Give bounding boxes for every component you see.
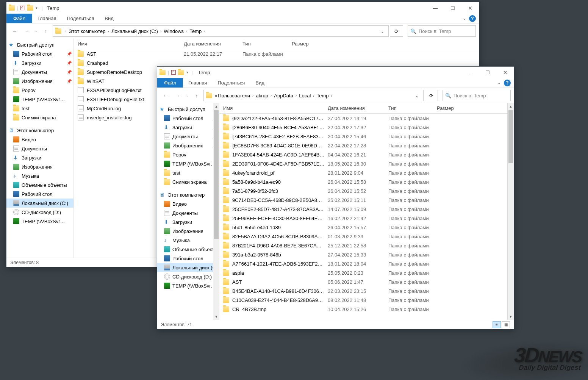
scroll-thumb[interactable] <box>214 110 219 239</box>
column-headers[interactable]: ИмяДата измененияТипРазмер <box>74 39 479 49</box>
file-row[interactable]: 391a-b3a2-0578-846b27.04.2022 15:33Папка… <box>219 250 514 259</box>
tree-item[interactable]: Документы📌 <box>6 67 74 77</box>
tree-item[interactable]: TEMP (\\VBoxSvr… <box>157 159 219 168</box>
file-row[interactable]: 82E5BA7A-D9A2-4C56-8CDB-B8309A19…01.03.2… <box>219 232 514 241</box>
file-row[interactable]: 1FA3E004-54AB-424E-AC9D-1AEF84B5A…04.04.… <box>219 150 514 159</box>
col-header-type[interactable]: Тип <box>242 41 292 47</box>
tree-item[interactable]: Объемные объекты <box>6 180 74 189</box>
close-button[interactable]: ✕ <box>496 67 514 78</box>
refresh-button[interactable]: ⟳ <box>425 90 438 101</box>
chevron-right-icon[interactable]: › <box>329 94 333 98</box>
tree-item[interactable]: test <box>157 168 219 177</box>
file-row[interactable]: 9C714DE0-CC5A-468D-89C8-2E50A8564…25.02.… <box>219 195 514 205</box>
file-row[interactable]: AST05.06.2022 1:47Папка с файлами <box>219 277 514 286</box>
titlebar[interactable]: | ▾ | Temp — ☐ ✕ <box>157 67 514 78</box>
minimize-button[interactable]: — <box>427 2 444 14</box>
breadcrumb-segment[interactable]: Пользователи <box>218 93 250 99</box>
file-row[interactable]: 55c1-855e-e4ed-1d8926.04.2022 15:57Папка… <box>219 223 514 232</box>
recent-dropdown[interactable]: ⌄ <box>34 26 39 36</box>
tree-item[interactable]: ♪Музыка <box>157 236 219 245</box>
scroll-down-icon[interactable]: ▼ <box>508 313 514 320</box>
tree-item[interactable]: ⬇Загрузки <box>157 217 219 227</box>
tree-item[interactable]: Снимки экрана <box>157 177 219 186</box>
file-row[interactable]: C10CA038-E274-4044-B4E8-528D6A924…08.02.… <box>219 296 514 305</box>
address-bar[interactable]: « Пользователи›akrup›AppData›Local›Temp›… <box>203 90 424 101</box>
tree-item[interactable]: ★Быстрый доступ <box>6 40 74 49</box>
file-row[interactable]: B45E4BAE-A148-41CA-B981-6D4F3062C…22.03.… <box>219 286 514 296</box>
file-row[interactable]: 2ED39F01-0F08-4D4E-AF5D-FBB571EB8…18.05.… <box>219 159 514 168</box>
tree-item[interactable]: ⬇Загрузки <box>6 153 74 162</box>
back-button[interactable]: ← <box>9 26 20 36</box>
file-row[interactable]: 25E96BEE-FCEE-4C30-BA30-8EF64ECDCF…16.02… <box>219 214 514 223</box>
chevron-right-icon[interactable]: › <box>185 29 189 33</box>
tree-item[interactable]: TEMP (\\VBoxSvr… <box>6 217 74 226</box>
search-box[interactable]: 🔍 Поиск в: Temp <box>408 25 476 37</box>
chevron-right-icon[interactable]: › <box>311 94 316 98</box>
content-scrollbar[interactable]: ▲ ▼ <box>507 103 514 320</box>
file-row[interactable]: AST21.05.2022 22:17Папка с файлами <box>74 49 479 58</box>
tree-item[interactable]: Видео <box>157 199 219 208</box>
minimize-button[interactable]: — <box>461 67 479 78</box>
col-header-size[interactable]: Размер <box>437 105 467 111</box>
new-folder-icon[interactable] <box>27 5 33 11</box>
tree-item[interactable]: Локальный диск (C:) <box>6 199 74 208</box>
file-row[interactable]: 25CFE0E2-85D7-4817-A473-87CAB3A3D…14.07.… <box>219 205 514 214</box>
help-icon[interactable]: ? <box>469 15 476 22</box>
tree-item[interactable]: ♪Музыка <box>6 171 74 180</box>
tree-item[interactable]: Документы <box>6 144 74 153</box>
breadcrumb-segment[interactable]: Temp <box>317 93 329 99</box>
scroll-up-icon[interactable]: ▲ <box>508 103 514 109</box>
properties-icon[interactable] <box>171 70 176 75</box>
breadcrumb-segment[interactable]: Windows <box>164 28 184 34</box>
tab-home[interactable]: Главная <box>183 78 212 88</box>
col-header-date[interactable]: Дата изменения <box>328 105 388 111</box>
tree-item[interactable]: test <box>6 104 74 113</box>
file-row[interactable]: A7F661F4-1021-47EE-ADB6-1593EF2BB9…18.01… <box>219 259 514 268</box>
up-button[interactable]: ↑ <box>41 26 51 36</box>
qat-dropdown-icon[interactable]: ▾ <box>186 70 188 74</box>
navigation-pane[interactable]: ▲ ▼ ★Быстрый доступРабочий стол📌⬇Загрузк… <box>157 103 219 320</box>
file-row[interactable]: 5a58-0a9d-b41a-ec9026.04.2022 15:58Папка… <box>219 177 514 186</box>
scroll-thumb[interactable] <box>508 110 513 163</box>
qat-dropdown-icon[interactable]: ▾ <box>36 6 38 10</box>
chevron-right-icon[interactable]: › <box>269 94 273 98</box>
col-header-name[interactable]: Имя <box>223 105 328 111</box>
close-button[interactable]: ✕ <box>461 2 479 14</box>
tab-view[interactable]: Вид <box>250 78 270 88</box>
titlebar[interactable]: | ▾ | Temp — ☐ ✕ <box>6 2 479 14</box>
tree-item[interactable]: Popov <box>6 86 74 95</box>
tree-item[interactable]: Рабочий стол <box>157 254 219 263</box>
new-folder-icon[interactable] <box>178 70 184 75</box>
tab-file[interactable]: Файл <box>157 78 183 88</box>
tab-share[interactable]: Поделиться <box>61 14 99 23</box>
file-list[interactable]: {92DA2122-4FA5-4653-81F8-A55BC1750…27.04… <box>219 114 514 320</box>
tree-item[interactable]: TEMP (\\VBoxSvr… <box>157 281 219 290</box>
forward-button[interactable]: → <box>172 90 183 101</box>
properties-icon[interactable] <box>20 6 25 10</box>
breadcrumb-segment[interactable]: Этот компьютер <box>69 28 105 34</box>
file-row[interactable]: 7a51-8799-0f52-2fc326.04.2022 15:52Папка… <box>219 186 514 195</box>
breadcrumb-segment[interactable]: Локальный диск (C:) <box>111 28 158 34</box>
refresh-button[interactable]: ⟳ <box>390 25 403 37</box>
tree-item[interactable]: Popov <box>157 150 219 159</box>
tree-item[interactable]: Изображения <box>157 227 219 236</box>
thumbnails-view-button[interactable]: ▦ <box>502 321 510 328</box>
file-row[interactable]: 4ukeyforandroid_pf28.01.2022 9:04Папка с… <box>219 168 514 177</box>
file-row[interactable]: 87B201F4-D96D-4A08-BE7E-3E67CAB38…25.12.… <box>219 241 514 250</box>
chevron-right-icon[interactable]: › <box>251 94 255 98</box>
col-header-type[interactable]: Тип <box>388 105 437 111</box>
tab-view[interactable]: Вид <box>99 14 119 23</box>
maximize-button[interactable]: ☐ <box>479 67 496 78</box>
tree-item[interactable]: ★Быстрый доступ <box>157 105 219 114</box>
scroll-down-icon[interactable]: ▼ <box>213 313 219 320</box>
tab-file[interactable]: Файл <box>6 14 32 23</box>
tree-item[interactable]: 🖥Этот компьютер <box>157 190 219 199</box>
tree-item[interactable]: Рабочий стол <box>6 189 74 199</box>
breadcrumb-segment[interactable]: akrup <box>256 93 268 99</box>
breadcrumb-overflow[interactable]: « <box>214 93 217 99</box>
address-bar[interactable]: › Этот компьютер›Локальный диск (C:)›Win… <box>53 25 389 37</box>
chevron-right-icon[interactable]: › <box>106 29 111 33</box>
tree-item[interactable]: Изображения <box>6 162 74 171</box>
help-icon[interactable]: ? <box>504 80 511 86</box>
file-row[interactable]: {743BC61B-28EC-43E2-BF2B-8EAE839C9…20.04… <box>219 132 514 141</box>
